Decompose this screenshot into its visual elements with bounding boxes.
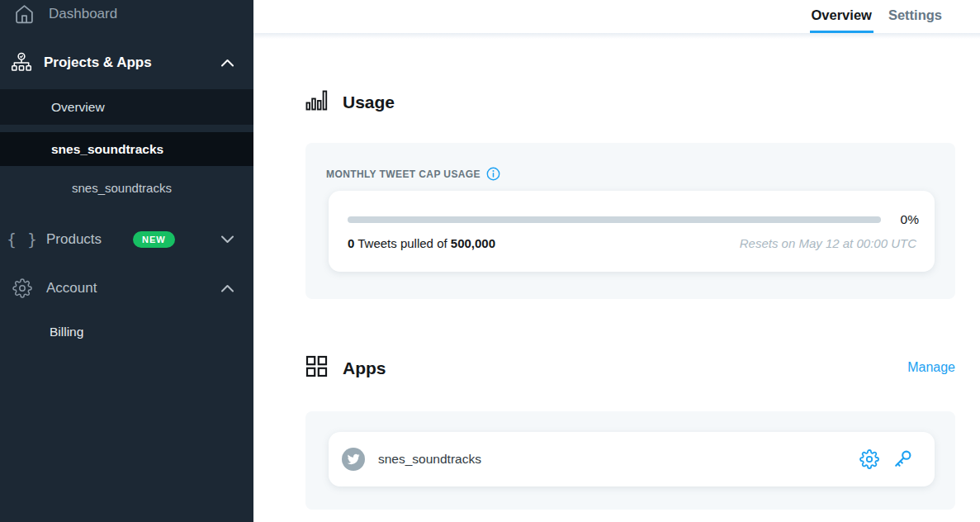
home-icon — [13, 4, 35, 25]
new-badge: NEW — [133, 231, 175, 248]
tweet-cap-label: MONTHLY TWEET CAP USAGE — [326, 168, 481, 180]
braces-icon: { } — [12, 230, 33, 249]
header-shadow — [253, 33, 980, 39]
chevron-down-icon[interactable] — [220, 235, 234, 244]
info-icon[interactable] — [486, 167, 500, 181]
tweets-pulled-label: Tweets pulled of — [354, 236, 450, 250]
sidebar-item-project-snes-soundtracks[interactable]: snes_soundtracks — [0, 132, 253, 166]
usage-progress-card: 0% 0 Tweets pulled of 500,000 Resets on … — [329, 191, 935, 272]
app-name: snes_soundtracks — [378, 452, 481, 467]
tab-label: Overview — [812, 7, 872, 23]
resets-text: Resets on May 12 at 00:00 UTC — [740, 236, 916, 250]
app-settings-gear-icon[interactable] — [859, 449, 879, 469]
sidebar-item-dashboard[interactable]: Dashboard — [0, 0, 253, 33]
sidebar-item-app-snes-soundtracks[interactable]: snes_soundtracks — [0, 174, 253, 201]
tweets-pulled-text: 0 Tweets pulled of 500,000 — [348, 236, 495, 250]
sidebar-item-products[interactable]: { } Products NEW — [0, 221, 253, 258]
bar-chart-icon — [305, 89, 328, 115]
sidebar-item-label: Overview — [51, 100, 105, 115]
app-row[interactable]: snes_soundtracks — [329, 432, 935, 486]
tweet-cap-label-row: MONTHLY TWEET CAP USAGE — [326, 167, 500, 181]
twitter-app-avatar — [342, 448, 365, 471]
app-actions — [859, 448, 913, 470]
sidebar-item-label: Billing — [50, 325, 83, 339]
chevron-up-icon[interactable] — [220, 58, 234, 68]
sidebar-item-label: Projects & Apps — [44, 55, 152, 71]
gear-icon — [12, 278, 33, 298]
manage-link[interactable]: Manage — [907, 360, 955, 375]
tab-overview[interactable]: Overview — [810, 0, 873, 33]
tweet-cap-card: MONTHLY TWEET CAP USAGE 0% 0 Tweets pull… — [305, 143, 955, 299]
top-tab-bar: Overview Settings — [253, 0, 980, 33]
app-keys-key-icon[interactable] — [892, 448, 913, 470]
tweet-cap-value: 500,000 — [451, 236, 495, 250]
usage-title: Usage — [343, 93, 395, 112]
progress-percent: 0% — [881, 212, 919, 227]
sidebar-item-label: Account — [46, 280, 97, 297]
tab-settings[interactable]: Settings — [887, 0, 944, 33]
usage-meta-row: 0 Tweets pulled of 500,000 Resets on May… — [348, 236, 916, 250]
apps-card: snes_soundtracks — [305, 411, 955, 510]
sidebar-item-label: snes_soundtracks — [72, 181, 172, 195]
sidebar-item-label: Dashboard — [49, 6, 117, 22]
sidebar-item-projects-apps[interactable]: Projects & Apps — [0, 45, 253, 80]
apps-title: Apps — [343, 358, 386, 378]
progress-row: 0% — [348, 212, 919, 227]
chevron-up-icon[interactable] — [220, 283, 234, 293]
sidebar-item-account[interactable]: Account — [0, 271, 253, 306]
sidebar-item-billing[interactable]: Billing — [0, 317, 253, 347]
sidebar: Dashboard Projects & Apps Overview snes_… — [0, 0, 253, 522]
sidebar-item-overview[interactable]: Overview — [0, 89, 253, 125]
grid-icon — [305, 355, 328, 381]
sitemap-icon — [11, 52, 32, 74]
twitter-bird-icon — [347, 453, 360, 466]
apps-section-header: Apps — [305, 355, 386, 381]
tab-label: Settings — [888, 7, 942, 23]
sidebar-item-label: Products — [46, 231, 102, 248]
usage-section-header: Usage — [305, 89, 395, 115]
sidebar-item-label: snes_soundtracks — [51, 142, 163, 157]
tweet-cap-progress-bar — [348, 216, 881, 223]
